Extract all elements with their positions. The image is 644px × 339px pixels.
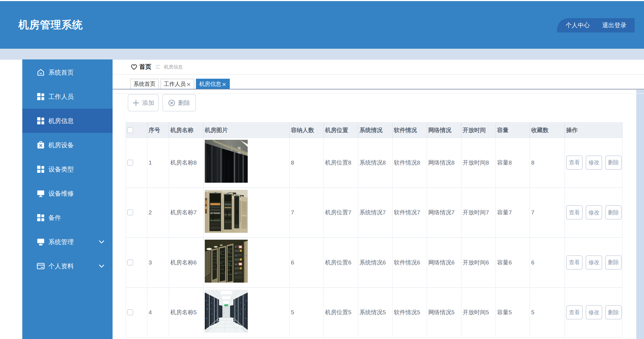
row-checkbox[interactable] [127,309,133,315]
column-header-photo: 机房图片 [204,123,290,138]
edit-button[interactable]: 修改 [586,305,602,319]
view-button[interactable]: 查看 [566,155,583,170]
column-header-software: 软件情况 [393,123,427,138]
cell-software: 软件情况5 [393,288,427,338]
row-checkbox-cell [126,138,148,188]
close-icon[interactable]: × [186,81,191,87]
sidebar-item-staff[interactable]: 工作人员 [22,84,113,109]
sidebar-item-spare-parts[interactable]: 备件 [22,206,113,230]
select-all-cell [126,123,148,138]
circle-close-icon [168,99,175,106]
plus-icon [132,99,140,106]
view-button[interactable]: 查看 [566,305,583,319]
cell-capacity: 容量5 [496,288,530,338]
column-header-capacity: 容量 [496,123,530,138]
sidebar-item-label: 系统首页 [48,68,74,77]
cell-software: 软件情况6 [393,238,427,288]
edit-button[interactable]: 修改 [586,255,602,270]
cell-people: 5 [290,288,324,338]
room-photo-white-corridor [205,290,248,333]
cell-location: 机房位置5 [324,288,358,338]
grid-icon [36,165,45,174]
sidebar-item-label: 工作人员 [48,92,74,101]
grid-icon [36,213,45,222]
delete-button[interactable]: 删除 [162,94,196,111]
tab-label: 工作人员 [164,80,186,88]
chevron-down-icon [99,264,105,268]
cell-network: 网络情况6 [427,238,462,288]
cell-favorites: 7 [530,188,565,238]
row-checkbox-cell [126,288,148,338]
monitor-icon [36,189,45,198]
column-header-people: 容纳人数 [290,123,324,138]
row-delete-button[interactable]: 删除 [605,205,622,220]
sidebar-item-room-equipment[interactable]: 机房设备 [22,133,113,157]
tab-label: 机房信息 [199,80,221,88]
archive-icon [36,237,45,246]
sidebar-item-label: 个人资料 [48,262,74,270]
row-checkbox-cell [126,188,148,238]
cell-open-time: 开放时间6 [462,238,496,288]
tab-bar: 系统首页 工作人员 × 机房信息 × [113,75,644,89]
sidebar-item-device-type[interactable]: 设备类型 [22,157,113,181]
cell-capacity: 容量7 [496,188,530,238]
column-header-name: 机房名称 [169,123,204,138]
cell-people: 6 [290,238,324,288]
cell-operations: 查看 修改 删除 [565,138,623,188]
edit-button[interactable]: 修改 [586,205,602,220]
tab-system-home[interactable]: 系统首页 [130,79,159,89]
cell-favorites: 8 [530,138,565,188]
cell-people: 8 [290,138,324,188]
row-delete-button[interactable]: 删除 [605,255,622,270]
cell-photo [204,188,290,238]
row-checkbox-cell [126,238,148,288]
cell-open-time: 开放时间7 [462,188,496,238]
cell-capacity: 容量6 [496,238,530,288]
page: 机房管理系统 个人中心 退出登录 系统首页 工作人员 机房信息 [0,0,644,339]
sidebar-item-profile[interactable]: 个人资料 [22,254,113,278]
tab-staff[interactable]: 工作人员 × [160,79,194,89]
close-icon[interactable]: × [222,81,227,87]
cell-location: 机房位置7 [324,188,358,238]
cell-favorites: 5 [530,288,565,338]
user-center-link[interactable]: 个人中心 [566,21,590,29]
sidebar-item-room-info[interactable]: 机房信息 [22,109,113,133]
row-delete-button[interactable]: 删除 [605,155,622,170]
cell-operations: 查看 修改 删除 [565,288,623,338]
sidebar-item-system-home[interactable]: 系统首页 [22,60,113,84]
row-checkbox[interactable] [127,259,133,266]
select-all-checkbox[interactable] [127,127,133,133]
cell-system: 系统情况7 [358,188,393,238]
room-table: 序号 机房名称 机房图片 容纳人数 机房位置 系统情况 软件情况 网络情况 开放… [125,122,623,338]
column-header-favorites: 收藏数 [530,123,565,138]
sidebar-item-label: 设备维修 [48,189,74,198]
card-icon [36,262,45,270]
view-button[interactable]: 查看 [566,255,583,270]
breadcrumb-home[interactable]: 首页 [139,63,151,71]
column-header-operations: 操作 [565,123,623,138]
add-button[interactable]: 添加 [128,94,159,111]
row-delete-button[interactable]: 删除 [605,305,622,319]
chevron-down-icon [99,240,105,244]
edit-button[interactable]: 修改 [586,155,602,170]
row-checkbox[interactable] [127,160,133,166]
row-checkbox[interactable] [127,209,133,215]
divider [113,93,644,94]
tab-room-info[interactable]: 机房信息 × [196,79,230,89]
cell-name: 机房名称7 [169,188,204,238]
cell-operations: 查看 修改 删除 [565,188,623,238]
cell-system: 系统情况5 [358,288,393,338]
column-header-location: 机房位置 [324,123,358,138]
view-button[interactable]: 查看 [566,205,583,220]
cell-name: 机房名称5 [169,288,204,338]
sidebar-item-device-repair[interactable]: 设备维修 [22,181,113,206]
sidebar-item-label: 机房信息 [48,117,74,125]
cell-system: 系统情况8 [358,138,393,188]
cell-name: 机房名称6 [169,238,204,288]
logout-link[interactable]: 退出登录 [602,21,626,29]
top-band [0,49,644,60]
home-icon [36,68,45,77]
cell-favorites: 6 [530,238,565,288]
breadcrumb-separator-icon [156,65,160,69]
sidebar-item-system-management[interactable]: 系统管理 [22,230,113,254]
